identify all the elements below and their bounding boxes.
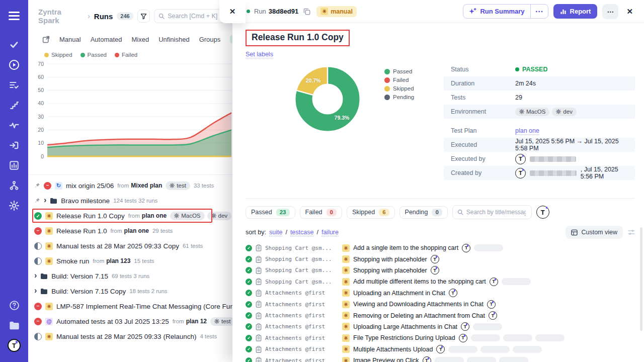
projects-folder-icon[interactable]: [6, 317, 23, 334]
plan-name[interactable]: Mixed plan: [131, 182, 162, 189]
status-filter-chip[interactable]: Skipped 6: [347, 206, 395, 219]
pin-icon[interactable]: [34, 198, 40, 204]
test-row[interactable]: Attachments @first Viewing and Downloadi…: [246, 299, 635, 310]
milestones-branch-icon[interactable]: [6, 177, 23, 194]
run-summary-more-button[interactable]: ⋯: [530, 5, 548, 18]
test-row[interactable]: Attachments @first Image Preview on Clic…: [246, 355, 635, 362]
test-suite[interactable]: Attachments @first: [265, 290, 339, 296]
test-row[interactable]: Attachments @first Removing or Deleting …: [246, 310, 635, 321]
menu-icon[interactable]: [6, 7, 23, 24]
set-labels-link[interactable]: Set labels: [246, 51, 273, 58]
test-suite[interactable]: Shopping Cart @sm...: [265, 279, 339, 285]
test-title[interactable]: Shopping with placeholder: [353, 267, 427, 274]
test-suite[interactable]: Shopping Cart @sm...: [265, 267, 339, 274]
custom-view-button[interactable]: Custom view: [566, 226, 623, 239]
run-name[interactable]: Bravo milestone: [61, 197, 110, 205]
play-circle-icon[interactable]: [6, 56, 23, 73]
run-name[interactable]: Manual tests at 28 Mar 2025 09:33 (Relau…: [56, 333, 196, 340]
plan-name[interactable]: plan 12: [186, 318, 207, 325]
more-actions-button[interactable]: ⋯: [602, 4, 618, 19]
test-row[interactable]: Shopping Cart @sm... Add a single item t…: [246, 242, 635, 253]
test-suite[interactable]: Attachments @first: [265, 357, 339, 362]
test-title[interactable]: Removing or Deleting an Attachment from …: [353, 312, 485, 319]
test-title[interactable]: Viewing and Downloading Attachments in C…: [353, 301, 484, 308]
test-suite[interactable]: Attachments @first: [265, 312, 339, 319]
scrollbar[interactable]: [640, 227, 642, 331]
run-name[interactable]: Build: Version 7.15 Copy: [51, 288, 126, 295]
chevron-right-icon[interactable]: ›: [34, 272, 37, 280]
tab-mixed[interactable]: Mixed: [132, 36, 149, 43]
env-badge[interactable]: test: [210, 317, 235, 326]
plan-name[interactable]: plan one: [142, 212, 167, 219]
tests-search[interactable]: [452, 205, 532, 219]
tag-pill[interactable]: [435, 357, 464, 362]
env-badge[interactable]: dev: [552, 108, 577, 116]
status-filter-chip[interactable]: Failed 0: [300, 206, 342, 219]
tag-pill[interactable]: [473, 323, 502, 330]
test-suite[interactable]: Shopping Cart @sm...: [265, 256, 339, 262]
settings-gear-icon[interactable]: [6, 197, 23, 214]
sort-option-link[interactable]: suite: [269, 229, 282, 236]
chart-legend-item[interactable]: Passed: [80, 52, 107, 58]
test-suite[interactable]: Attachments @first: [265, 346, 339, 352]
filter-button[interactable]: [137, 10, 150, 23]
test-row[interactable]: Attachments @first Uploading Large Attac…: [246, 321, 635, 332]
breadcrumb-page[interactable]: Runs: [94, 12, 113, 21]
assignee-filter-avatar[interactable]: T: [536, 206, 549, 219]
tag-pill[interactable]: [474, 244, 503, 251]
tab-unfinished[interactable]: Unfinished: [158, 36, 189, 43]
run-name[interactable]: Release Run 1.0: [56, 227, 107, 235]
activity-pulse-icon[interactable]: [6, 117, 23, 134]
run-name[interactable]: mix origin 25/06: [66, 182, 114, 190]
run-name[interactable]: Manual tests at 28 Mar 2025 09:33 Copy: [56, 242, 179, 250]
tag-pill[interactable]: [502, 278, 531, 285]
plan-name[interactable]: plan 123: [106, 257, 130, 264]
tab-groups[interactable]: Groups: [199, 36, 221, 43]
run-launch-icon[interactable]: [42, 36, 50, 43]
status-filter-chip[interactable]: Passed 23: [246, 206, 295, 219]
chart-legend-item[interactable]: Skipped: [44, 52, 72, 58]
sliders-icon[interactable]: [628, 229, 635, 236]
sign-in-icon[interactable]: [6, 137, 23, 154]
plan-name[interactable]: plan one: [124, 227, 149, 234]
run-summary-button[interactable]: Run Summary: [463, 5, 530, 18]
report-button[interactable]: Report: [553, 4, 598, 19]
close-drawer-button[interactable]: ✕: [623, 5, 636, 18]
test-row[interactable]: Shopping Cart @sm... Add multiple differ…: [246, 276, 635, 287]
env-badge[interactable]: dev: [207, 212, 232, 220]
detail-link[interactable]: plan one: [515, 127, 539, 135]
tag-pill[interactable]: [499, 357, 528, 362]
test-title[interactable]: File Type Restrictions During Upload: [353, 334, 455, 341]
test-suite[interactable]: Attachments @first: [265, 335, 339, 341]
run-list-item[interactable]: › Release Run 1.0 from plan one 29 tests: [32, 223, 236, 238]
steps-icon[interactable]: [6, 97, 23, 114]
drawer-collapse-button[interactable]: ✕: [219, 0, 246, 23]
chevron-right-icon[interactable]: ›: [44, 196, 46, 204]
run-list-item[interactable]: › Manual tests at 28 Mar 2025 09:33 (Rel…: [32, 329, 236, 344]
chart-legend-item[interactable]: Failed: [115, 52, 137, 58]
copy-icon[interactable]: [303, 8, 310, 15]
run-list-item[interactable]: › Build: Version 7.15 from 69 tests 3 ru…: [32, 268, 236, 284]
run-name[interactable]: Smoke run: [56, 257, 89, 265]
tag-pill[interactable]: [467, 357, 496, 362]
test-title[interactable]: Uploading an Attachment in Chat: [353, 290, 445, 297]
tag-pill[interactable]: [480, 346, 510, 353]
runs-search[interactable]: [154, 9, 229, 23]
tag-pill[interactable]: [448, 346, 477, 353]
env-badge[interactable]: MacOS: [170, 212, 204, 220]
chevron-right-icon[interactable]: ›: [34, 287, 37, 295]
tag-pill[interactable]: [471, 334, 500, 341]
reports-chart-icon[interactable]: [6, 157, 23, 174]
profile-avatar[interactable]: T: [6, 337, 23, 354]
run-name[interactable]: Build: Version 7.15: [51, 273, 108, 280]
tab-automated[interactable]: Automated: [91, 36, 122, 43]
run-list-item[interactable]: › LMP-587 Implement Real-Time Chat Messa…: [32, 299, 236, 314]
sort-option-link[interactable]: testcase: [290, 229, 314, 236]
status-filter-chip[interactable]: Pending 0: [399, 206, 448, 219]
run-list-item[interactable]: › Manual tests at 28 Mar 2025 09:33 Copy…: [32, 238, 236, 253]
run-list-item[interactable]: › Release Run 1.0 Copy from plan one Mac…: [32, 208, 236, 223]
run-list-item[interactable]: › Smoke run from plan 123 15 tests: [32, 253, 236, 268]
tag-pill[interactable]: [513, 346, 542, 353]
test-title[interactable]: Uploading Large Attachments in Chat: [353, 323, 457, 330]
list-check-icon[interactable]: [6, 76, 23, 94]
